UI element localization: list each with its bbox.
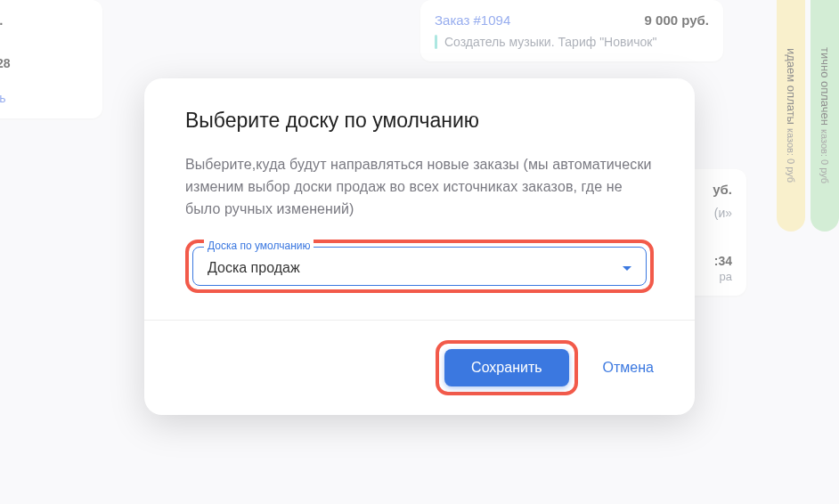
modal-footer: Сохранить Отмена [144, 320, 695, 415]
modal-title: Выберите доску по умолчанию [185, 109, 654, 133]
highlight-save: Сохранить [436, 340, 578, 395]
select-value: Доска продаж [208, 260, 300, 276]
default-board-select[interactable]: Доска по умолчанию Доска продаж [192, 247, 647, 286]
cancel-button[interactable]: Отмена [603, 360, 654, 376]
default-board-modal: Выберите доску по умолчанию Выберите,куд… [144, 78, 695, 415]
save-button[interactable]: Сохранить [444, 349, 569, 386]
highlight-select: Доска по умолчанию Доска продаж [185, 240, 654, 293]
modal-description: Выберите,куда будут направляться новые з… [185, 154, 654, 220]
chevron-down-icon [623, 266, 631, 271]
select-floating-label: Доска по умолчанию [204, 240, 314, 252]
